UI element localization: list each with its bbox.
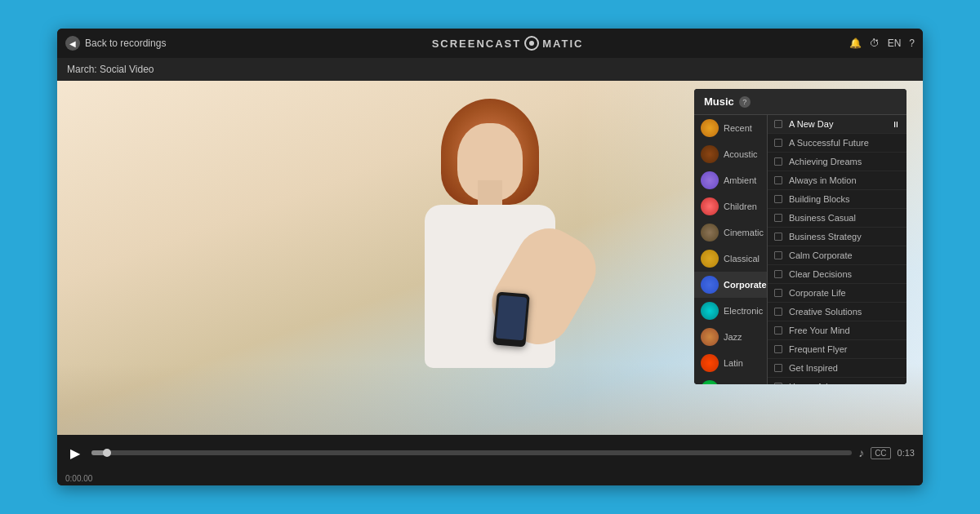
music-icon[interactable]: ♪: [858, 446, 864, 459]
genre-icon-acoustic: [701, 145, 719, 163]
genre-icon-children: [701, 197, 719, 215]
song-checkbox[interactable]: [774, 383, 782, 384]
song-checkbox[interactable]: [774, 214, 782, 222]
genre-item-acoustic[interactable]: Acoustic: [694, 141, 767, 167]
genre-icon-jazz: [701, 328, 719, 346]
song-name: Get Inspired: [789, 363, 900, 373]
genre-item-recent[interactable]: Recent: [694, 115, 767, 141]
genre-item-jazz[interactable]: Jazz: [694, 324, 767, 350]
music-panel-title: Music: [704, 95, 734, 108]
genre-item-children[interactable]: Children: [694, 193, 767, 219]
song-item[interactable]: Happy Ad: [768, 378, 906, 384]
song-item[interactable]: Corporate Life: [768, 284, 906, 303]
back-arrow-icon: ◀: [65, 36, 80, 51]
control-icons: ♪ CC: [858, 446, 890, 459]
song-item[interactable]: Business Casual: [768, 209, 906, 228]
genre-label-classical: Classical: [724, 254, 760, 264]
song-name: Clear Decisions: [789, 269, 900, 279]
logo-dot: [529, 41, 534, 46]
song-checkbox[interactable]: [774, 251, 782, 259]
genre-label-corporate: Corporate: [724, 280, 767, 290]
video-title: March: Social Video: [67, 64, 154, 75]
time-bar: 0:00.00: [57, 471, 923, 485]
notifications-icon[interactable]: 🔔: [849, 38, 862, 49]
song-item[interactable]: Creative Solutions: [768, 303, 906, 321]
genre-list: RecentAcousticAmbientChildrenCinematicCl…: [694, 115, 768, 384]
song-item[interactable]: A Successful Future: [768, 134, 906, 153]
song-checkbox[interactable]: [774, 157, 782, 166]
genre-icon-corporate: [701, 276, 719, 294]
song-checkbox[interactable]: [774, 120, 782, 128]
genre-item-cinematic[interactable]: Cinematic: [694, 219, 767, 246]
song-name: Frequent Flyer: [789, 344, 900, 354]
song-checkbox[interactable]: [774, 270, 782, 278]
genre-label-latin: Latin: [724, 358, 743, 368]
song-item[interactable]: Always in Motion: [768, 171, 906, 190]
woman-neck: [478, 180, 502, 205]
logo-text-right: MATIC: [542, 38, 583, 50]
phone-screen: [496, 295, 527, 341]
song-name: Creative Solutions: [789, 307, 900, 317]
song-checkbox[interactable]: [774, 364, 782, 372]
cc-button[interactable]: CC: [871, 447, 890, 459]
song-checkbox[interactable]: [774, 326, 782, 335]
song-item[interactable]: Building Blocks: [768, 190, 906, 209]
genre-icon-pop: [701, 380, 719, 384]
song-item[interactable]: Frequent Flyer: [768, 340, 906, 359]
song-item[interactable]: Calm Corporate: [768, 246, 906, 265]
title-bar: ◀ Back to recordings SCREENCAST MATIC 🔔 …: [57, 29, 923, 58]
song-name: Achieving Dreams: [789, 157, 900, 166]
song-checkbox[interactable]: [774, 308, 782, 316]
play-button[interactable]: ▶: [65, 443, 85, 463]
language-selector[interactable]: EN: [888, 38, 902, 49]
genre-label-acoustic: Acoustic: [724, 149, 758, 159]
song-checkbox[interactable]: [774, 289, 782, 297]
progress-handle[interactable]: [103, 449, 111, 457]
genre-icon-recent: [701, 119, 719, 137]
song-checkbox[interactable]: [774, 233, 782, 241]
clock-icon[interactable]: ⏱: [870, 38, 880, 49]
genre-label-ambient: Ambient: [724, 175, 756, 185]
song-name: Happy Ad: [789, 382, 900, 384]
genre-item-classical[interactable]: Classical: [694, 246, 767, 272]
title-bar-center: SCREENCAST MATIC: [166, 36, 849, 51]
song-item[interactable]: Free Your Mind: [768, 321, 906, 340]
pause-icon: ⏸: [892, 120, 900, 129]
genre-label-recent: Recent: [724, 123, 752, 133]
song-item[interactable]: Business Strategy: [768, 228, 906, 246]
music-panel-header: Music ?: [694, 89, 906, 115]
genre-item-electronic[interactable]: Electronic: [694, 298, 767, 324]
song-name: Building Blocks: [789, 194, 900, 204]
song-checkbox[interactable]: [774, 345, 782, 353]
song-name: Business Strategy: [789, 232, 900, 241]
song-checkbox[interactable]: [774, 139, 782, 147]
song-name: Business Casual: [789, 213, 900, 223]
song-item[interactable]: Get Inspired: [768, 359, 906, 378]
song-item[interactable]: Clear Decisions: [768, 265, 906, 284]
logo-circle: [524, 36, 539, 51]
genre-icon-cinematic: [701, 224, 719, 241]
genre-item-corporate[interactable]: Corporate: [694, 272, 767, 298]
genre-item-ambient[interactable]: Ambient: [694, 167, 767, 193]
app-window: ◀ Back to recordings SCREENCAST MATIC 🔔 …: [57, 29, 923, 485]
progress-bar[interactable]: [91, 450, 852, 455]
genre-label-jazz: Jazz: [724, 332, 742, 342]
genre-label-cinematic: Cinematic: [724, 228, 764, 237]
song-name: Always in Motion: [789, 175, 900, 185]
song-checkbox[interactable]: [774, 195, 782, 203]
music-help-icon[interactable]: ?: [739, 96, 751, 108]
woman-figure: [359, 81, 621, 435]
help-icon[interactable]: ?: [909, 38, 915, 49]
genre-item-latin[interactable]: Latin: [694, 350, 767, 376]
genre-item-pop[interactable]: Pop: [694, 376, 767, 384]
song-item[interactable]: A New Day⏸: [768, 115, 906, 134]
song-name: Free Your Mind: [789, 326, 900, 335]
song-item[interactable]: Achieving Dreams: [768, 153, 906, 171]
music-content: RecentAcousticAmbientChildrenCinematicCl…: [694, 115, 906, 384]
back-button[interactable]: ◀ Back to recordings: [65, 36, 166, 51]
song-checkbox[interactable]: [774, 176, 782, 184]
logo: SCREENCAST MATIC: [432, 36, 584, 51]
genre-icon-electronic: [701, 302, 719, 320]
genre-icon-ambient: [701, 171, 719, 189]
subtitle-bar: March: Social Video: [57, 58, 923, 81]
